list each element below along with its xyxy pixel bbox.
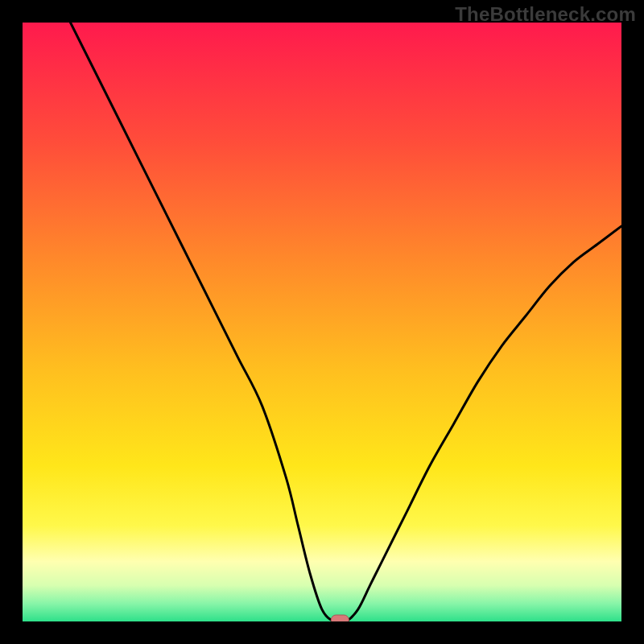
plot-area [23,23,621,621]
watermark-text: TheBottleneck.com [455,3,636,26]
gradient-background [23,23,621,621]
chart-frame: TheBottleneck.com [0,0,644,644]
bottleneck-chart [23,23,621,621]
optimum-marker [331,615,349,621]
